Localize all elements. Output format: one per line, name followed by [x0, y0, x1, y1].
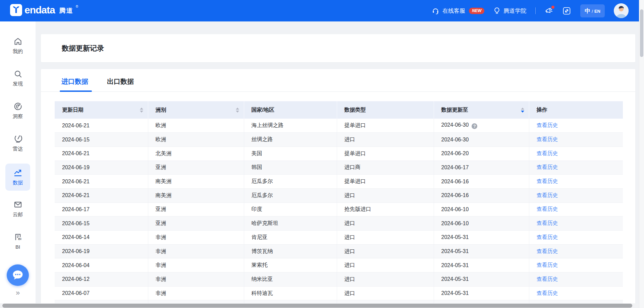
table-row: 2024-06-04 非洲 莱索托 进口 2024-05-31 查看历史	[55, 258, 623, 272]
horizontal-scrollbar-thumb[interactable]	[2, 304, 632, 308]
sidebar-label: 发现	[13, 81, 23, 87]
cell-update-date: 2024-06-17	[55, 202, 148, 217]
announcements-button[interactable]	[545, 7, 553, 15]
cell-data-type: 进口	[337, 244, 434, 258]
view-history-link[interactable]: 查看历史	[537, 220, 558, 226]
academy-link[interactable]: 腾道学院	[493, 7, 526, 15]
sidebar-item-insight[interactable]: 洞察	[5, 102, 30, 120]
view-history-link[interactable]: 查看历史	[537, 122, 558, 128]
language-toggle[interactable]: 中 / EN	[580, 4, 605, 17]
view-history-link[interactable]: 查看历史	[537, 276, 558, 282]
view-history-link[interactable]: 查看历史	[537, 290, 558, 296]
cell-updated-to: 2024-05-31	[434, 244, 529, 258]
table-row: 2024-06-17 亚洲 印度 抢先版进口 2024-06-10 查看历史	[55, 202, 623, 217]
cell-updated-to: 2024-05-31	[434, 272, 529, 287]
view-history-link[interactable]: 查看历史	[537, 150, 558, 156]
column-header-continent[interactable]: 洲别	[148, 101, 244, 119]
view-history-link[interactable]: 查看历史	[537, 164, 558, 170]
column-header-actions: 操作	[529, 101, 623, 119]
cell-update-date: 2024-06-19	[55, 161, 148, 175]
tab-import-data[interactable]: 进口数据	[61, 77, 88, 91]
cell-region: 海上丝绸之路	[244, 119, 337, 133]
academy-label: 腾道学院	[503, 7, 526, 15]
sidebar-item-radar[interactable]: 雷达	[5, 134, 30, 152]
line-chart-icon	[13, 168, 22, 177]
user-avatar[interactable]	[614, 3, 629, 18]
table-body: 2024-06-21 欧洲 海上丝绸之路 提单进口 2024-06-30? 查看…	[55, 119, 623, 308]
new-badge: NEW	[469, 8, 484, 14]
view-history-link[interactable]: 查看历史	[537, 248, 558, 254]
cell-continent: 亚洲	[148, 161, 244, 175]
cell-continent: 南美洲	[148, 188, 244, 202]
cell-action: 查看历史	[529, 202, 623, 217]
cell-data-type: 提单进口	[337, 119, 434, 133]
mail-icon	[13, 200, 22, 209]
cell-action: 查看历史	[529, 146, 623, 161]
tab-export-data[interactable]: 出口数据	[107, 77, 134, 91]
customer-service-label: 在线客服	[442, 7, 465, 15]
cell-action: 查看历史	[529, 175, 623, 189]
customer-service-link[interactable]: 在线客服 NEW	[432, 7, 484, 15]
cell-data-type: 提单进口	[337, 175, 434, 189]
cell-continent: 非洲	[148, 244, 244, 258]
sidebar-item-cloudmail[interactable]: 云邮	[5, 200, 30, 218]
help-icon[interactable]: ?	[472, 123, 477, 129]
vertical-scrollbar-thumb[interactable]	[640, 9, 643, 57]
chat-support-button[interactable]	[7, 264, 29, 286]
cell-data-type: 进口	[337, 286, 434, 300]
view-history-link[interactable]: 查看历史	[537, 136, 558, 142]
cell-region: 哈萨克斯坦	[244, 217, 337, 231]
cell-updated-to: 2024-06-30	[434, 133, 529, 147]
sidebar-item-mine[interactable]: 我的	[5, 37, 30, 55]
logo-chinese: 腾道	[59, 4, 73, 17]
view-history-link[interactable]: 查看历史	[537, 262, 558, 268]
headset-icon	[432, 7, 439, 15]
view-history-link[interactable]: 查看历史	[537, 234, 558, 240]
sidebar-label: 云邮	[13, 211, 23, 218]
view-history-link[interactable]: 查看历史	[537, 178, 558, 184]
cell-action: 查看历史	[529, 119, 623, 133]
table-row: 2024-06-19 亚洲 韩国 进口商 2024-06-17 查看历史	[55, 161, 623, 175]
view-history-link[interactable]: 查看历史	[537, 206, 558, 212]
sort-icons[interactable]	[236, 108, 239, 113]
cell-update-date: 2024-06-07	[55, 286, 148, 300]
table-row: 2024-06-21 南美洲 厄瓜多尔 进口 2024-06-16 查看历史	[55, 188, 623, 202]
cell-region: 科特迪瓦	[244, 286, 337, 300]
cell-updated-to: 2024-05-31	[434, 231, 529, 245]
cell-update-date: 2024-06-15	[55, 133, 148, 147]
cell-continent: 亚洲	[148, 217, 244, 231]
cell-action: 查看历史	[529, 133, 623, 147]
lang-zh-label: 中	[585, 7, 590, 15]
cell-region: 纳米比亚	[244, 272, 337, 287]
table-container: 更新日期 洲别 国家/地区 数据	[41, 92, 635, 308]
cell-update-date: 2024-06-21	[55, 119, 148, 133]
topbar-actions: 在线客服 NEW 腾道学院	[432, 3, 629, 18]
column-header-updated-to[interactable]: 数据更新至	[434, 101, 529, 119]
cell-updated-to: 2024-06-17	[434, 161, 529, 175]
sidebar-expand-chevrons[interactable]: »	[16, 289, 20, 297]
tendata-logo[interactable]: endata 腾道 ®	[10, 4, 78, 17]
cell-updated-to: 2024-06-10	[434, 202, 529, 217]
cell-continent: 亚洲	[148, 202, 244, 217]
table-row: 2024-06-21 欧洲 海上丝绸之路 提单进口 2024-06-30? 查看…	[55, 119, 623, 133]
view-history-link[interactable]: 查看历史	[537, 192, 558, 198]
cell-updated-to: 2024-06-16	[434, 188, 529, 202]
sort-icons-active-desc[interactable]	[521, 108, 524, 113]
horizontal-scrollbar	[0, 303, 639, 308]
cell-data-type: 进口	[337, 133, 434, 147]
logo-wordmark: endata	[24, 4, 55, 16]
cell-action: 查看历史	[529, 161, 623, 175]
sidebar-item-data[interactable]: 数据	[5, 164, 30, 191]
column-header-data-type: 数据类型	[337, 101, 434, 119]
sort-icons[interactable]	[140, 108, 143, 113]
column-header-update-date[interactable]: 更新日期	[55, 101, 148, 119]
tab-bar: 进口数据 出口数据	[41, 69, 635, 92]
fullscreen-button[interactable]	[562, 6, 571, 15]
cell-continent: 欧洲	[148, 133, 244, 147]
cell-updated-to: 2024-06-30?	[434, 119, 529, 133]
cell-region: 丝绸之路	[244, 133, 337, 147]
vertical-scrollbar	[639, 0, 644, 308]
topbar-divider	[535, 7, 536, 14]
sidebar-item-discover[interactable]: 发现	[5, 69, 30, 87]
sidebar-item-bi[interactable]: BI BI	[5, 233, 30, 250]
